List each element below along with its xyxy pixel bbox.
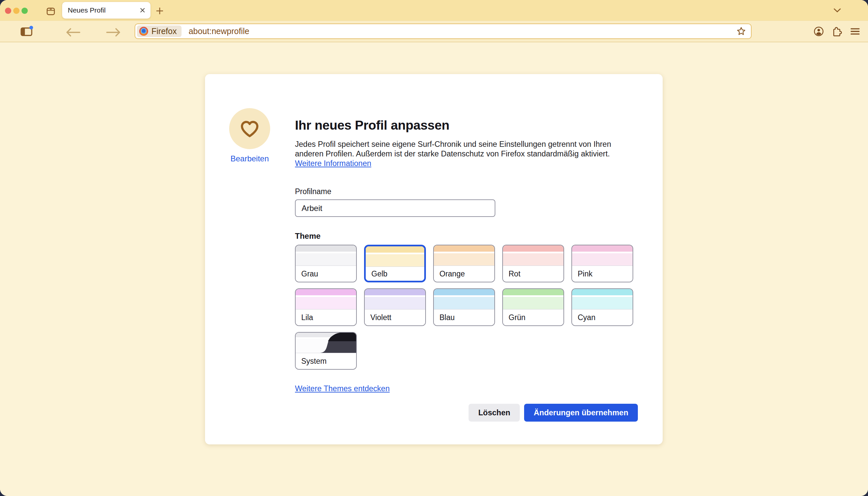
theme-color-band-light [434,297,494,309]
site-identity-label: Firefox [152,27,176,36]
theme-swatch-label: Pink [572,265,633,282]
traffic-lights [5,7,28,14]
navigation-toolbar: Firefox about:newprofile [0,20,868,42]
menu-hamburger-icon[interactable] [850,26,861,37]
page-content: Bearbeiten Ihr neues Profil anpassen Jed… [0,42,868,496]
theme-swatch-label: Grün [503,309,563,325]
close-window-button[interactable] [5,7,11,14]
action-buttons: Löschen Änderungen übernehmen [295,404,638,422]
theme-color-band-light [503,297,563,309]
theme-swatch-grau[interactable]: Grau [295,245,357,282]
firefox-logo-icon [139,27,148,36]
theme-swatch-blau[interactable]: Blau [433,288,495,326]
theme-color-band-light [572,253,633,265]
delete-button[interactable]: Löschen [468,404,520,422]
sidebar-notification-dot [29,26,33,29]
extensions-puzzle-icon[interactable] [831,26,842,37]
theme-swatch-label: Rot [503,265,563,282]
profile-avatar[interactable] [229,108,270,149]
theme-swatch-grn[interactable]: Grün [502,288,564,326]
tab-list-chevron-icon[interactable] [834,8,841,13]
theme-swatch-gelb[interactable]: Gelb [364,245,426,282]
more-themes-link[interactable]: Weitere Themes entdecken [295,384,390,393]
theme-swatch-violett[interactable]: Violett [364,288,426,326]
theme-color-band-dark [366,246,424,253]
zoom-window-button[interactable] [21,7,28,14]
theme-color-band-light [296,253,356,265]
theme-swatch-cyan[interactable]: Cyan [571,288,633,326]
profile-description: Jedes Profil speichert seine eigene Surf… [295,140,638,168]
profile-name-label: Profilname [295,187,638,196]
theme-color-band-light [434,253,494,265]
toolbar-right-icons [813,26,861,37]
theme-color-band-dark [503,289,563,295]
url-text[interactable]: about:newprofile [188,27,736,36]
theme-swatch-rot[interactable]: Rot [502,245,564,282]
theme-swatch-label: Violett [365,309,425,325]
theme-color-band-dark [572,245,633,252]
theme-swatch-pink[interactable]: Pink [571,245,633,282]
page-title: Ihr neues Profil anpassen [295,118,638,133]
theme-swatch-label: System [296,353,356,369]
bookmark-star-icon[interactable] [736,26,746,36]
theme-swatch-lila[interactable]: Lila [295,288,357,326]
theme-color-band-dark [365,289,425,295]
tab-bar: Neues Profil [0,0,868,20]
theme-swatch-system[interactable]: System [295,332,357,370]
new-profile-card: Bearbeiten Ihr neues Profil anpassen Jed… [205,74,663,445]
theme-color-band-dark [572,289,633,295]
firefox-view-icon[interactable] [47,7,55,15]
tab-close-icon[interactable] [139,7,146,14]
site-identity-chip[interactable]: Firefox [137,26,182,37]
theme-color-band-light [503,253,563,265]
back-button[interactable] [65,28,81,36]
edit-avatar-link[interactable]: Bearbeiten [231,154,269,164]
theme-grid: GrauGelbOrangeRotPinkLilaViolettBlauGrün… [295,245,638,370]
theme-color-band-light [365,297,425,309]
browser-window: Neues Profil [0,0,868,496]
forward-button[interactable] [106,28,121,36]
theme-color-band-light [366,254,424,266]
profile-name-input[interactable] [295,199,495,217]
sidebar-toggle-icon[interactable] [20,28,34,36]
theme-swatch-orange[interactable]: Orange [433,245,495,282]
theme-color-band-dark [434,245,494,252]
theme-swatch-label: Gelb [366,266,424,281]
theme-swatch-label: Lila [296,309,356,325]
account-icon[interactable] [813,26,824,37]
theme-swatch-label: Orange [434,265,494,282]
theme-swatch-label: Cyan [572,309,633,325]
theme-color-band-dark [296,289,356,295]
system-theme-preview [296,332,356,353]
theme-color-band-dark [296,245,356,252]
url-bar[interactable]: Firefox about:newprofile [135,24,751,39]
theme-swatch-label: Grau [296,265,356,282]
theme-section-label: Theme [295,231,638,241]
theme-color-band-dark [434,289,494,295]
minimize-window-button[interactable] [13,7,19,14]
description-text: Jedes Profil speichert seine eigene Surf… [295,140,611,158]
tab-neues-profil[interactable]: Neues Profil [62,2,151,18]
heart-icon [239,119,260,138]
tab-title: Neues Profil [68,6,139,14]
theme-color-band-light [296,297,356,309]
apply-changes-button[interactable]: Änderungen übernehmen [524,404,638,422]
theme-color-band-dark [503,245,563,252]
theme-swatch-label: Blau [434,309,494,325]
theme-color-band-light [572,297,633,309]
new-tab-button[interactable] [155,6,164,15]
learn-more-link[interactable]: Weitere Informationen [295,159,371,168]
